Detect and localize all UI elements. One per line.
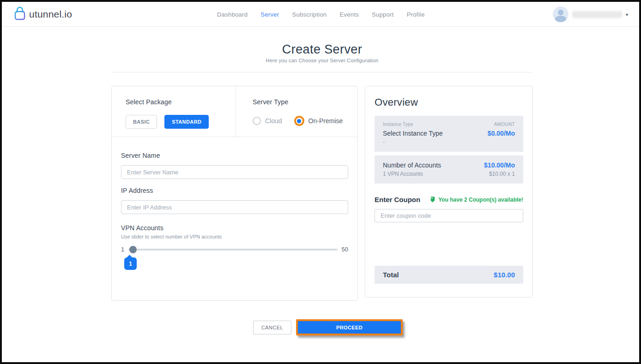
instance-type-sub: - xyxy=(383,139,385,145)
vpn-accounts-slider[interactable] xyxy=(128,249,337,251)
main-nav: Dashboard Server Subscription Events Sup… xyxy=(217,2,425,27)
ip-address-label: IP Address xyxy=(121,187,348,194)
coupon-tag-icon xyxy=(429,196,436,203)
slider-max-label: 50 xyxy=(342,246,348,253)
vpn-accounts-label: VPN Accounts xyxy=(121,224,348,232)
page-subtitle: Here you can Choose your Server Configur… xyxy=(111,58,533,63)
avatar xyxy=(553,6,568,22)
instance-type-header: Instance Type xyxy=(383,122,413,127)
enter-coupon-label: Enter Coupon xyxy=(375,196,420,203)
select-package-section: Select Package BASIC STANDARD xyxy=(112,86,236,137)
title-divider xyxy=(111,72,533,72)
chevron-down-icon: ▾ xyxy=(626,12,628,17)
nav-subscription[interactable]: Subscription xyxy=(292,11,327,18)
user-menu[interactable]: ▾ xyxy=(553,2,628,27)
server-type-onpremise-option[interactable]: On-Premise xyxy=(294,116,343,126)
proceed-click-highlight: PROCEED xyxy=(296,319,403,335)
package-standard-button[interactable]: STANDARD xyxy=(164,115,209,129)
overview-title: Overview xyxy=(375,96,523,108)
total-label: Total xyxy=(383,271,399,279)
accounts-amount: $10.00/Mo xyxy=(484,161,515,169)
app-window: utunnel.io Dashboard Server Subscription… xyxy=(0,0,641,364)
nav-support[interactable]: Support xyxy=(372,11,394,18)
server-type-section: Server Type Cloud On-Premise xyxy=(236,86,357,137)
overview-card: Overview Instance Type AMOUNT Select Ins… xyxy=(365,86,533,298)
nav-events[interactable]: Events xyxy=(340,11,359,18)
amount-header: AMOUNT xyxy=(494,122,515,127)
instance-type-amount: $0.00/Mo xyxy=(488,130,515,137)
slider-min-label: 1 xyxy=(121,246,124,253)
server-type-cloud-option[interactable]: Cloud xyxy=(253,117,282,125)
slider-thumb[interactable] xyxy=(129,246,137,253)
instance-type-name: Select Instance Type xyxy=(383,130,443,137)
server-type-label: Server Type xyxy=(253,98,357,106)
nav-dashboard[interactable]: Dashboard xyxy=(217,11,248,18)
brand-logo[interactable]: utunnel.io xyxy=(14,2,72,27)
ip-address-input[interactable] xyxy=(121,200,348,214)
radio-selected-icon xyxy=(294,116,304,126)
radio-unselected-icon xyxy=(253,117,261,125)
accounts-sub: 1 VPN Accounts xyxy=(383,171,423,177)
server-name-input[interactable] xyxy=(121,165,348,179)
server-config-card: Select Package BASIC STANDARD Server Typ… xyxy=(111,86,358,301)
accounts-sub-amount: $10.00 x 1 xyxy=(489,171,515,177)
page-title: Create Server xyxy=(111,42,533,57)
accounts-name: Number of Accounts xyxy=(383,161,441,169)
top-navbar: utunnel.io Dashboard Server Subscription… xyxy=(2,2,639,27)
slider-value-tooltip: 1 xyxy=(124,257,137,270)
brand-name: utunnel.io xyxy=(29,9,72,20)
server-name-label: Server Name xyxy=(121,152,348,159)
total-amount: $10.00 xyxy=(494,271,515,279)
cancel-button[interactable]: CANCEL xyxy=(253,321,291,334)
padlock-logo-icon xyxy=(14,6,26,22)
form-actions: CANCEL PROCEED xyxy=(253,319,403,335)
select-package-label: Select Package xyxy=(126,98,236,106)
package-basic-button[interactable]: BASIC xyxy=(126,115,157,129)
coupons-available-note: You have 2 Coupon(s) available! xyxy=(429,196,523,203)
nav-profile[interactable]: Profile xyxy=(407,11,425,18)
total-block: Total $10.00 xyxy=(375,266,523,284)
instance-type-block: Instance Type AMOUNT Select Instance Typ… xyxy=(375,116,523,152)
accounts-block: Number of Accounts $10.00/Mo 1 VPN Accou… xyxy=(375,155,523,184)
user-name-redacted xyxy=(572,11,622,18)
vpn-accounts-hint: Use slider to select number of VPN accou… xyxy=(121,234,348,239)
proceed-button[interactable]: PROCEED xyxy=(298,321,401,334)
coupon-code-input[interactable] xyxy=(375,209,523,222)
nav-server[interactable]: Server xyxy=(260,11,279,18)
